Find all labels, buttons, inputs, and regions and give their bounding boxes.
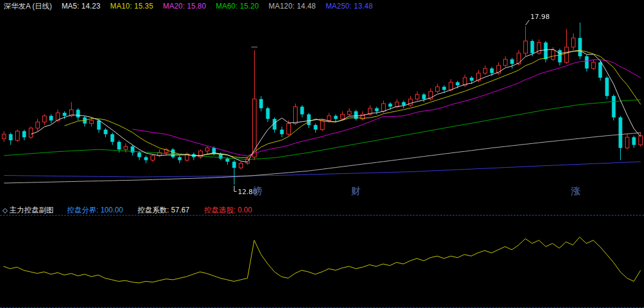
stock-title: 深华发A (日线)	[4, 1, 52, 12]
indicator-selection-label: 控盘选股: 0.00	[204, 205, 252, 216]
indicator-panel	[0, 216, 644, 308]
indicator-boundary-label: 控盘分界: 100.00	[67, 205, 122, 216]
indicator-header: ◇ 主力控盘副图 控盘分界: 100.00 控盘系数: 57.67 控盘选股: …	[0, 205, 644, 216]
candlestick-canvas[interactable]	[0, 12, 644, 205]
ma5-label: MA5: 14.23	[62, 2, 100, 10]
indicator-title[interactable]: 主力控盘副图	[9, 205, 53, 216]
stock-chart-app: 深华发A (日线) MA5: 14.23 MA10: 15.35 MA20: 1…	[0, 0, 644, 308]
ma10-label: MA10: 15.35	[110, 2, 153, 10]
chart-header: 深华发A (日线) MA5: 14.23 MA10: 15.35 MA20: 1…	[0, 0, 644, 12]
ma120-label: MA120: 14.48	[269, 2, 316, 10]
indicator-coefficient-label: 控盘系数: 57.67	[138, 205, 190, 216]
ma20-label: MA20: 15.80	[163, 2, 206, 10]
indicator-canvas[interactable]	[0, 216, 644, 307]
main-chart-panel: 榜 财 涨	[0, 12, 644, 205]
ma250-label: MA250: 13.48	[326, 2, 373, 10]
ma60-label: MA60: 15.20	[216, 2, 259, 10]
expander-icon[interactable]: ◇	[2, 206, 7, 214]
